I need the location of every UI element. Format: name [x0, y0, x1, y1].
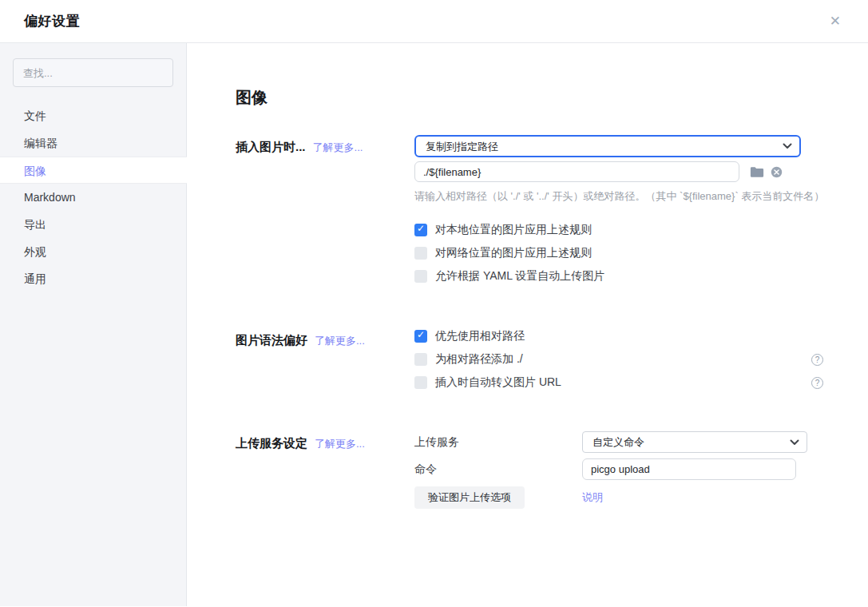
- sidebar: 文件 编辑器 图像 Markdown 导出 外观 通用: [0, 43, 187, 606]
- section-syntax-fields: 优先使用相对路径 为相对路径添加 ./ ? 插入时自动转义图片 URL ?: [414, 328, 823, 399]
- syntax-learn-more-link[interactable]: 了解更多...: [315, 335, 365, 347]
- clear-path-icon[interactable]: [771, 166, 783, 178]
- sidebar-item-markdown[interactable]: Markdown: [0, 184, 186, 211]
- upload-learn-more-link[interactable]: 了解更多...: [315, 438, 365, 450]
- checkbox-local-rule[interactable]: [414, 224, 427, 236]
- sidebar-item-export[interactable]: 导出: [0, 211, 186, 238]
- checkbox-row-escape-url: 插入时自动转义图片 URL ?: [414, 376, 823, 389]
- folder-icon[interactable]: [750, 166, 764, 178]
- sidebar-item-general[interactable]: 通用: [0, 265, 186, 292]
- search-input[interactable]: [13, 58, 173, 87]
- checkbox-label: 允许根据 YAML 设置自动上传图片: [435, 269, 604, 284]
- checkbox-row-relative-path: 优先使用相对路径: [414, 330, 823, 343]
- titlebar: 偏好设置 ✕: [0, 0, 868, 43]
- checkbox-row-network-rule: 对网络位置的图片应用上述规则: [414, 247, 823, 260]
- instructions-link[interactable]: 说明: [582, 490, 603, 505]
- upload-service-row: 上传服务 自定义命令: [414, 431, 823, 453]
- section-insert-images: 插入图片时...了解更多... 复制到指定路径: [236, 135, 868, 293]
- help-icon[interactable]: ?: [811, 377, 823, 389]
- section-image-syntax: 图片语法偏好了解更多... 优先使用相对路径 为相对路径添加 ./ ?: [236, 328, 868, 399]
- checkbox-label: 优先使用相对路径: [435, 329, 525, 343]
- checkbox-yaml-upload[interactable]: [414, 270, 427, 283]
- checkbox-label: 对网络位置的图片应用上述规则: [435, 246, 592, 260]
- section-insert-label-col: 插入图片时...了解更多...: [236, 135, 414, 293]
- window-title: 偏好设置: [24, 12, 80, 30]
- path-hint-text: 请输入相对路径（以 './' 或 '../' 开头）或绝对路径。（其中 `${f…: [414, 189, 862, 203]
- section-insert-fields: 复制到指定路径: [414, 135, 823, 293]
- checkbox-add-dot-slash[interactable]: [414, 353, 427, 366]
- checkbox-label: 对本地位置的图片应用上述规则: [435, 223, 592, 237]
- sidebar-item-file[interactable]: 文件: [0, 102, 186, 129]
- insert-checkbox-list: 对本地位置的图片应用上述规则 对网络位置的图片应用上述规则 允许根据 YAML …: [414, 224, 823, 283]
- sidebar-nav: 文件 编辑器 图像 Markdown 导出 外观 通用: [0, 102, 186, 292]
- preferences-window: 偏好设置 ✕ 文件 编辑器 图像 Markdown 导出 外观 通用 图像 插入…: [0, 0, 868, 607]
- checkbox-label: 插入时自动转义图片 URL: [435, 375, 561, 390]
- checkbox-escape-url[interactable]: [414, 376, 427, 389]
- upload-service-label: 上传服务: [414, 435, 582, 450]
- section-syntax-label-col: 图片语法偏好了解更多...: [236, 328, 414, 399]
- command-input[interactable]: [582, 458, 796, 480]
- upload-command-row: 命令: [414, 458, 823, 480]
- checkbox-label: 为相对路径添加 ./: [435, 352, 523, 367]
- section-upload-fields: 上传服务 自定义命令 命令: [414, 431, 823, 514]
- sidebar-item-image[interactable]: 图像: [0, 157, 187, 184]
- sidebar-item-editor[interactable]: 编辑器: [0, 129, 186, 157]
- insert-action-select[interactable]: 复制到指定路径: [416, 137, 799, 156]
- checkbox-row-local-rule: 对本地位置的图片应用上述规则: [414, 224, 823, 236]
- upload-service-select-wrap: 自定义命令: [582, 431, 807, 453]
- checkbox-network-rule[interactable]: [414, 247, 427, 260]
- insert-learn-more-link[interactable]: 了解更多...: [313, 141, 363, 153]
- close-icon[interactable]: ✕: [826, 11, 844, 31]
- copy-path-input[interactable]: [414, 161, 739, 182]
- upload-validate-row: 验证图片上传选项 说明: [414, 486, 823, 509]
- checkbox-relative-path[interactable]: [414, 330, 427, 343]
- page-title: 图像: [236, 87, 868, 108]
- checkbox-row-yaml-upload: 允许根据 YAML 设置自动上传图片: [414, 270, 823, 283]
- section-syntax-label: 图片语法偏好: [236, 333, 307, 347]
- validate-upload-button[interactable]: 验证图片上传选项: [414, 486, 525, 509]
- section-insert-label: 插入图片时...: [236, 140, 306, 153]
- upload-service-select[interactable]: 自定义命令: [583, 432, 807, 452]
- validate-button-container: 验证图片上传选项: [414, 486, 582, 509]
- command-label: 命令: [414, 462, 582, 477]
- sidebar-item-appearance[interactable]: 外观: [0, 238, 186, 265]
- section-upload-service: 上传服务设定了解更多... 上传服务 自定义命令: [236, 431, 868, 514]
- path-row: [414, 161, 823, 182]
- section-upload-label: 上传服务设定: [236, 436, 307, 450]
- help-icon[interactable]: ?: [811, 354, 823, 366]
- insert-action-select-wrap: 复制到指定路径: [414, 135, 801, 157]
- section-upload-label-col: 上传服务设定了解更多...: [236, 431, 414, 514]
- syntax-checkbox-list: 优先使用相对路径 为相对路径添加 ./ ? 插入时自动转义图片 URL ?: [414, 330, 823, 389]
- checkbox-row-add-dot-slash: 为相对路径添加 ./ ?: [414, 353, 823, 366]
- main-panel: 图像 插入图片时...了解更多... 复制到指定路径: [187, 43, 868, 606]
